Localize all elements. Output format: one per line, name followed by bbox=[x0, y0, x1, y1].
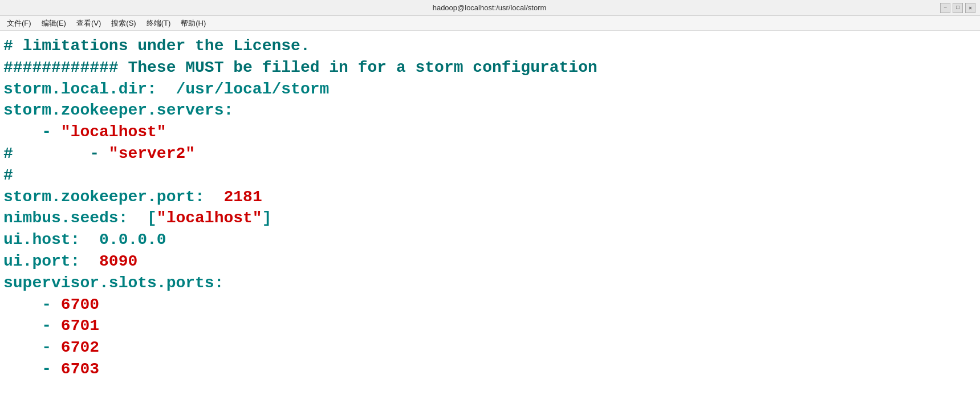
menubar: 文件(F)编辑(E)查看(V)搜索(S)终端(T)帮助(H) bbox=[0, 16, 980, 31]
menubar-item[interactable]: 终端(T) bbox=[142, 17, 176, 30]
minimize-button[interactable]: − bbox=[940, 3, 950, 13]
terminal-line: - "localhost" bbox=[3, 121, 977, 143]
terminal-line: - 6701 bbox=[3, 315, 977, 337]
terminal-line: # - "server2" bbox=[3, 143, 977, 165]
terminal-line: nimbus.seeds: ["localhost"] bbox=[3, 207, 977, 229]
terminal-content: # limitations under the License.########… bbox=[0, 31, 980, 395]
terminal-line: storm.zookeeper.servers: bbox=[3, 100, 977, 121]
terminal-line: # bbox=[3, 165, 977, 186]
terminal-line: - 6702 bbox=[3, 337, 977, 359]
menubar-item[interactable]: 文件(F) bbox=[2, 17, 36, 30]
maximize-button[interactable]: □ bbox=[953, 3, 963, 13]
menubar-item[interactable]: 编辑(E) bbox=[37, 17, 71, 30]
titlebar: hadoop@localhost:/usr/local/storm − □ ✕ bbox=[0, 0, 980, 16]
menubar-item[interactable]: 查看(V) bbox=[72, 17, 105, 30]
terminal-line: - 6703 bbox=[3, 359, 977, 380]
terminal-line: supervisor.slots.ports: bbox=[3, 272, 977, 294]
terminal-line: - 6700 bbox=[3, 294, 977, 316]
titlebar-controls: − □ ✕ bbox=[940, 3, 975, 13]
close-button[interactable]: ✕ bbox=[965, 3, 975, 13]
terminal-line: # limitations under the License. bbox=[3, 35, 977, 57]
terminal-line: ui.port: 8090 bbox=[3, 251, 977, 272]
menubar-item[interactable]: 帮助(H) bbox=[176, 17, 210, 30]
terminal-line: storm.zookeeper.port: 2181 bbox=[3, 186, 977, 208]
menubar-item[interactable]: 搜索(S) bbox=[107, 17, 140, 30]
terminal-line: storm.local.dir: /usr/local/storm bbox=[3, 79, 977, 100]
titlebar-title: hadoop@localhost:/usr/local/storm bbox=[39, 3, 940, 12]
terminal-line: ############ These MUST be filled in for… bbox=[3, 57, 977, 79]
terminal-line: ui.host: 0.0.0.0 bbox=[3, 229, 977, 251]
